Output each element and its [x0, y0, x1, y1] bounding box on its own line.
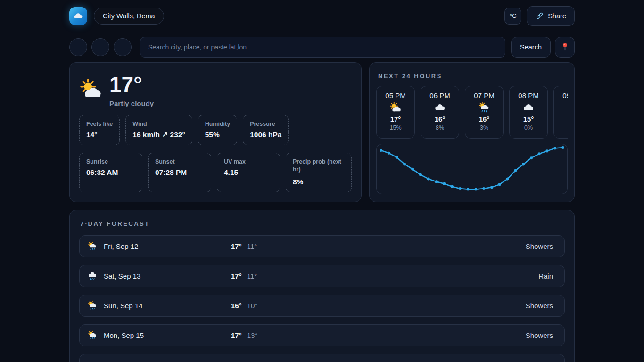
hourly-weather-icon: [478, 101, 490, 114]
current-temperature: 17°: [109, 72, 154, 97]
stat-value: 07:28 PM: [155, 168, 204, 177]
hourly-card: 06 PM 16° 8%: [421, 86, 459, 139]
hourly-precip-prob: 3%: [480, 124, 488, 131]
app-cloud-icon: [73, 11, 83, 21]
stat-tile: Humidity 55%: [198, 115, 237, 145]
forecast-condition: Showers: [526, 302, 553, 310]
hourly-weather-icon: [567, 101, 568, 114]
hourly-card: 09 PM: [553, 86, 568, 139]
stat-value: 4.15: [224, 168, 273, 177]
current-stats-row-1: Feels like 14° Wind 16 km/h ↗ 232° Humid…: [79, 115, 352, 145]
stat-tile: Wind 16 km/h ↗ 232°: [125, 115, 192, 145]
unit-toggle-button[interactable]: °C: [504, 8, 521, 25]
hourly-cards-strip[interactable]: 05 PM 17° 15% 06 PM 16° 8% 07 PM 16° 3% …: [376, 86, 568, 139]
share-label: Share: [548, 12, 566, 20]
forecast-low-temp: 11°: [247, 272, 257, 280]
hourly-temp: 17°: [390, 115, 401, 123]
nav-tab[interactable]: [69, 38, 87, 56]
forecast-section-title: 7-DAY FORECAST: [80, 220, 564, 227]
search-button[interactable]: Search: [511, 37, 551, 58]
main-content: 17° Partly cloudy Feels like 14° Wind 16…: [69, 62, 575, 362]
stat-value: 8%: [293, 178, 345, 186]
forecast-low-temp: 10°: [247, 302, 258, 310]
forecast-weather-icon: [87, 300, 98, 311]
hourly-time: 05 PM: [385, 91, 405, 99]
forecast-high-temp: 17°: [231, 242, 242, 250]
stat-value: 14°: [86, 131, 113, 139]
forecast-condition: Showers: [526, 242, 553, 250]
locate-pin-button[interactable]: [555, 37, 575, 58]
forecast-condition: Showers: [526, 331, 553, 339]
stat-tile: UV max 4.15: [217, 153, 280, 192]
nav-tab[interactable]: [114, 38, 132, 56]
hourly-time: 09 PM: [562, 91, 568, 99]
stat-tile: Pressure 1006 hPa: [243, 115, 289, 145]
view-tabs: [69, 38, 132, 56]
hourly-section-title: NEXT 24 HOURS: [378, 73, 566, 80]
hourly-time: 06 PM: [429, 91, 450, 99]
pushpin-icon: [560, 42, 570, 52]
stat-label: Precip prob (next hr): [293, 158, 345, 173]
stat-tile: Feels like 14°: [79, 115, 120, 145]
stat-label: Pressure: [250, 120, 281, 128]
forecast-list: Fri, Sep 12 17° 11° Showers Sat, Sep 13 …: [79, 235, 565, 346]
search-input[interactable]: [140, 37, 505, 58]
forecast-row[interactable]: Fri, Sep 12 17° 11° Showers: [79, 235, 565, 257]
current-stats-row-2: Sunrise 06:32 AM Sunset 07:28 PM UV max …: [79, 153, 352, 192]
hourly-weather-icon: [389, 101, 402, 114]
forecast-day-label: Fri, Sep 12: [104, 242, 231, 250]
link-icon: [535, 11, 544, 20]
forecast-row[interactable]: Sat, Sep 13 17° 11° Rain: [79, 265, 565, 287]
forecast-high-temp: 17°: [231, 331, 242, 339]
forecast-high-temp: 17°: [231, 272, 242, 280]
stat-value: 16 km/h ↗ 232°: [132, 131, 185, 139]
forecast-low-temp: 11°: [247, 242, 257, 250]
forecast-weather-icon: [87, 241, 98, 251]
stat-value: 1006 hPa: [250, 131, 281, 139]
forecast-row-partial[interactable]: [79, 354, 565, 362]
stat-value: 06:32 AM: [86, 168, 135, 177]
current-weather-icon: [79, 78, 103, 101]
share-button[interactable]: Share: [527, 6, 575, 26]
hourly-precip-prob: 0%: [524, 124, 533, 131]
hourly-weather-icon: [522, 101, 535, 114]
forecast-row[interactable]: Mon, Sep 15 17° 13° Showers: [79, 324, 565, 346]
hourly-temp-chart-box: [376, 144, 568, 194]
hourly-card: 05 PM 17° 15%: [376, 86, 415, 139]
forecast-weather-icon: [87, 330, 98, 340]
stat-label: Sunrise: [86, 158, 135, 165]
nav-bar: Search: [0, 32, 644, 62]
stat-label: Feels like: [86, 120, 113, 128]
stat-label: Humidity: [205, 120, 230, 128]
app-logo: [69, 7, 87, 25]
forecast-high-temp: 16°: [231, 302, 242, 310]
hourly-temp: 15°: [523, 115, 534, 123]
temp-line-chart: [377, 144, 567, 194]
hourly-time: 07 PM: [474, 91, 494, 99]
hourly-weather-icon: [434, 101, 446, 114]
stat-label: Wind: [132, 120, 185, 128]
forecast-condition: Rain: [538, 272, 553, 280]
current-weather-card: 17° Partly cloudy Feels like 14° Wind 16…: [69, 62, 362, 202]
stat-tile: Precip prob (next hr) 8%: [286, 153, 352, 192]
stat-label: UV max: [224, 158, 273, 165]
hourly-temp: 16°: [435, 115, 446, 123]
location-title-label: City Walls, Dema: [103, 12, 155, 20]
stat-tile: Sunrise 06:32 AM: [79, 153, 142, 192]
stat-tile: Sunset 07:28 PM: [148, 153, 211, 192]
stat-label: Sunset: [155, 158, 204, 165]
location-title: City Walls, Dema: [94, 8, 164, 25]
current-condition: Partly cloudy: [109, 99, 154, 107]
hourly-panel: NEXT 24 HOURS 05 PM 17° 15% 06 PM 16° 8%…: [369, 62, 575, 202]
hourly-precip-prob: 15%: [389, 124, 401, 131]
nav-tab[interactable]: [91, 38, 109, 56]
top-bar: City Walls, Dema °C Share: [0, 0, 644, 32]
stat-value: 55%: [205, 131, 230, 139]
forecast-weather-icon: [87, 271, 98, 281]
hourly-time: 08 PM: [518, 91, 538, 99]
hourly-temp: 16°: [479, 115, 490, 123]
hourly-card: 08 PM 15° 0%: [509, 86, 548, 139]
forecast-row[interactable]: Sun, Sep 14 16° 10° Showers: [79, 295, 565, 317]
hourly-card: 07 PM 16° 3%: [465, 86, 504, 139]
forecast-panel: 7-DAY FORECAST Fri, Sep 12 17° 11° Showe…: [69, 210, 575, 362]
